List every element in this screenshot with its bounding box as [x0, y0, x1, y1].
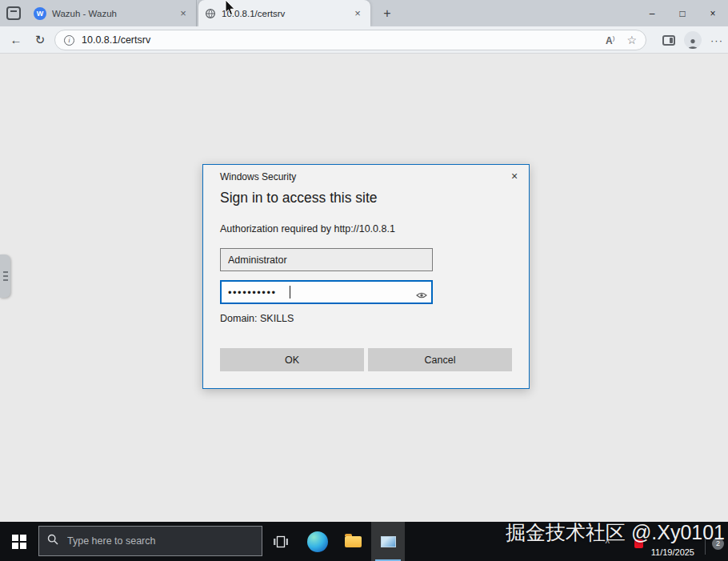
- window-close-button[interactable]: ×: [698, 0, 728, 26]
- tab-wazuh[interactable]: W Wazuh - Wazuh ×: [27, 0, 197, 26]
- screen: W Wazuh - Wazuh × 10.0.8.1/certsrv × + –…: [0, 0, 728, 561]
- username-field[interactable]: [220, 248, 433, 271]
- start-button[interactable]: [0, 522, 38, 561]
- file-explorer-button[interactable]: [336, 522, 370, 561]
- window-minimize-button[interactable]: –: [637, 0, 667, 26]
- tab-close-icon[interactable]: ×: [351, 7, 364, 20]
- password-field-wrap: [220, 280, 433, 304]
- search-input[interactable]: [66, 535, 254, 547]
- site-info-icon[interactable]: i: [64, 35, 74, 46]
- window-maximize-button[interactable]: □: [667, 0, 698, 26]
- page-content: Windows Security × Sign in to access thi…: [0, 54, 728, 522]
- browser-toolbar: ← ↻ i 10.0.8.1/certsrv A) ☆ ···: [0, 26, 728, 54]
- favorite-star-icon[interactable]: ☆: [626, 34, 637, 46]
- address-bar[interactable]: i 10.0.8.1/certsrv A) ☆: [54, 30, 646, 50]
- mouse-cursor: [225, 0, 236, 19]
- dialog-heading: Sign in to access this site: [220, 190, 377, 206]
- tab-title: Wazuh - Wazuh: [52, 9, 171, 18]
- task-view-button[interactable]: [264, 522, 298, 561]
- tab-strip: W Wazuh - Wazuh × 10.0.8.1/certsrv × + –…: [0, 0, 728, 26]
- new-tab-button[interactable]: +: [378, 4, 397, 23]
- settings-more-icon[interactable]: ···: [710, 34, 723, 46]
- active-app-button[interactable]: [371, 522, 405, 561]
- toolbar-right-icons: ···: [662, 30, 723, 50]
- profile-avatar[interactable]: [684, 31, 702, 49]
- dialog-title: Windows Security: [220, 171, 296, 182]
- text-caret: [290, 286, 290, 299]
- taskbar-search-box[interactable]: [38, 526, 262, 556]
- refresh-button[interactable]: ↻: [30, 30, 50, 50]
- split-screen-icon[interactable]: [662, 35, 675, 46]
- address-bar-icons: A) ☆: [606, 34, 637, 46]
- cancel-button[interactable]: Cancel: [368, 348, 512, 371]
- tab-close-icon[interactable]: ×: [177, 7, 190, 20]
- sidebar-handle[interactable]: [0, 254, 10, 298]
- tab-actions-icon[interactable]: [6, 6, 21, 20]
- password-field[interactable]: [220, 280, 433, 304]
- domain-label: Domain: SKILLS: [220, 313, 294, 324]
- search-icon: [47, 534, 58, 548]
- edge-icon: [307, 531, 328, 552]
- tab-title: 10.0.8.1/certsrv: [222, 9, 346, 18]
- read-aloud-icon[interactable]: A): [606, 34, 614, 46]
- wazuh-favicon-icon: W: [34, 7, 46, 20]
- site-favicon-icon: [205, 8, 216, 19]
- dialog-message: Authorization required by http://10.0.8.…: [220, 223, 395, 234]
- window-controls: – □ ×: [637, 0, 728, 26]
- back-button[interactable]: ←: [6, 30, 26, 50]
- app-window-icon: [381, 536, 396, 547]
- url-text[interactable]: 10.0.8.1/certsrv: [82, 34, 598, 46]
- task-view-icon: [273, 535, 289, 548]
- windows-logo-icon: [12, 535, 26, 549]
- dialog-close-icon[interactable]: ×: [507, 170, 522, 184]
- ok-button[interactable]: OK: [220, 348, 364, 371]
- clock-date[interactable]: 11/19/2025: [651, 547, 694, 557]
- reveal-password-icon[interactable]: [416, 288, 427, 296]
- folder-icon: [345, 536, 362, 547]
- edge-taskbar-button[interactable]: [301, 522, 334, 561]
- watermark-text: 掘金技术社区 @.Xy0101: [506, 519, 725, 546]
- windows-security-dialog: Windows Security × Sign in to access thi…: [202, 164, 530, 389]
